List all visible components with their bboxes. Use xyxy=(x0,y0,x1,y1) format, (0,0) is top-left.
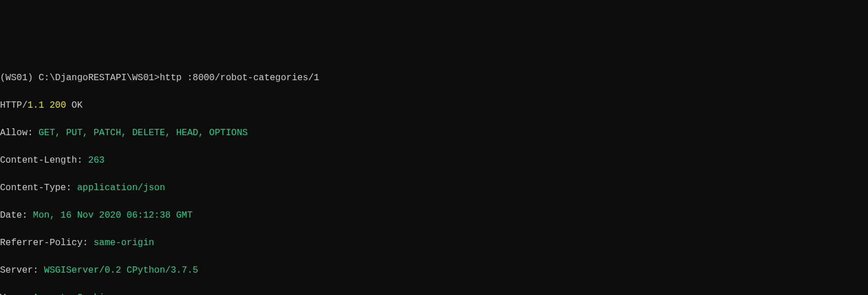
header-value: Accept, Cookie xyxy=(33,293,110,295)
path-label: C:\DjangoRESTAPI\WS01> xyxy=(38,73,159,83)
header-value: WSGIServer/0.2 CPython/3.7.5 xyxy=(44,265,198,276)
header-value: 263 xyxy=(88,155,105,166)
status-line: HTTP/1.1 200 OK xyxy=(0,99,868,112)
header-key: Content-Length xyxy=(0,155,77,166)
prompt-line: (WS01) C:\DjangoRESTAPI\WS01>http :8000/… xyxy=(0,71,868,85)
header-value: application/json xyxy=(77,183,165,193)
header-value: same-origin xyxy=(93,238,154,248)
header-content-type: Content-Type: application/json xyxy=(0,181,868,195)
header-key: Date xyxy=(0,210,22,221)
header-value: Mon, 16 Nov 2020 06:12:38 GMT xyxy=(33,210,193,221)
protocol-label: HTTP/ xyxy=(0,100,28,111)
header-date: Date: Mon, 16 Nov 2020 06:12:38 GMT xyxy=(0,209,868,222)
http-version: 1.1 xyxy=(28,100,44,111)
command-text: http :8000/robot-categories/1 xyxy=(159,73,319,83)
header-key: Vary xyxy=(0,293,22,295)
status-text: OK xyxy=(66,100,83,111)
header-key: Referrer-Policy xyxy=(0,238,83,248)
header-value: GET, PUT, PATCH, DELETE, HEAD, OPTIONS xyxy=(38,128,248,138)
header-key: Server xyxy=(0,265,33,276)
header-referrer-policy: Referrer-Policy: same-origin xyxy=(0,236,868,250)
header-server: Server: WSGIServer/0.2 CPython/3.7.5 xyxy=(0,263,868,277)
header-content-length: Content-Length: 263 xyxy=(0,154,868,167)
terminal-output[interactable]: (WS01) C:\DjangoRESTAPI\WS01>http :8000/… xyxy=(0,57,868,295)
status-code: 200 xyxy=(49,100,66,111)
header-key: Allow xyxy=(0,128,28,138)
header-allow: Allow: GET, PUT, PATCH, DELETE, HEAD, OP… xyxy=(0,126,868,140)
header-vary: Vary: Accept, Cookie xyxy=(0,291,868,295)
header-key: Content-Type xyxy=(0,183,66,193)
env-label: (WS01) xyxy=(0,73,38,83)
